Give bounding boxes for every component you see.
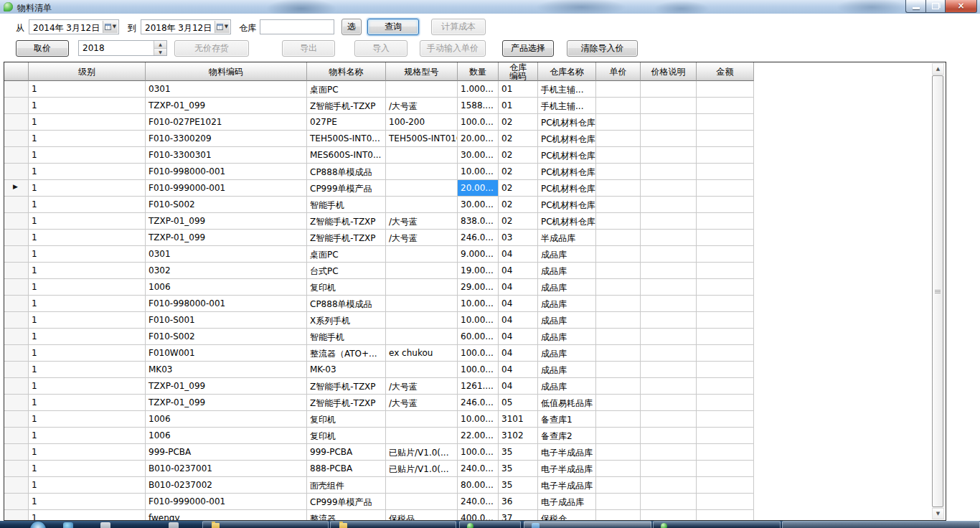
row-selector-cell[interactable] — [4, 230, 29, 246]
table-cell[interactable]: 成品库 — [538, 312, 596, 329]
table-cell[interactable]: 100-200 — [386, 114, 458, 131]
pick-warehouse-button[interactable]: 选 — [341, 19, 362, 35]
table-cell[interactable]: /大号蓝 — [386, 230, 458, 246]
spinner-up-button[interactable]: ▲ — [154, 41, 166, 49]
table-cell[interactable] — [596, 362, 641, 378]
row-selector-cell[interactable] — [4, 345, 29, 362]
table-cell[interactable]: 999-PCBA — [146, 444, 307, 461]
table-cell[interactable] — [641, 444, 697, 461]
table-cell[interactable]: 成品库 — [538, 329, 596, 345]
table-cell[interactable]: B010-0237001 — [146, 461, 307, 477]
table-cell[interactable]: 已贴片/V1.0(... — [386, 461, 458, 477]
table-cell[interactable]: 1 — [29, 345, 146, 362]
table-cell[interactable]: 838.0... — [458, 213, 499, 230]
table-cell[interactable]: X系列手机 — [307, 312, 386, 329]
table-cell[interactable]: F010-999000-001 — [146, 180, 307, 197]
table-cell[interactable]: PC机材料仓库 — [538, 164, 596, 180]
table-cell[interactable]: 027PE — [307, 114, 386, 131]
table-cell[interactable] — [596, 279, 641, 296]
table-cell[interactable]: PC机材料仓库 — [538, 180, 596, 197]
table-cell[interactable]: 1 — [29, 395, 146, 411]
table-cell[interactable] — [697, 378, 754, 395]
table-cell[interactable] — [641, 477, 697, 494]
table-cell[interactable] — [386, 477, 458, 494]
table-cell[interactable]: 02 — [499, 164, 538, 180]
table-cell[interactable] — [386, 296, 458, 312]
table-cell[interactable] — [697, 213, 754, 230]
row-selector-cell[interactable] — [4, 263, 29, 279]
table-cell[interactable]: 05 — [499, 395, 538, 411]
row-selector-cell[interactable] — [4, 444, 29, 461]
row-selector-cell[interactable] — [4, 131, 29, 147]
table-cell[interactable] — [697, 494, 754, 510]
table-cell[interactable] — [596, 246, 641, 263]
table-cell[interactable]: ex chukou — [386, 345, 458, 362]
table-cell[interactable]: 04 — [499, 296, 538, 312]
table-cell[interactable] — [641, 312, 697, 329]
table-cell[interactable] — [641, 263, 697, 279]
table-cell[interactable]: 成品库 — [538, 378, 596, 395]
table-cell[interactable]: 1 — [29, 296, 146, 312]
table-cell[interactable]: CP999单模产品 — [307, 180, 386, 197]
table-cell[interactable]: F010-S002 — [146, 197, 307, 213]
table-cell[interactable] — [697, 98, 754, 114]
table-cell[interactable]: F010-027PE1021 — [146, 114, 307, 131]
row-selector-cell[interactable] — [4, 147, 29, 164]
table-cell[interactable] — [386, 180, 458, 197]
table-cell[interactable]: 20.00... — [458, 131, 499, 147]
table-cell[interactable]: 1 — [29, 411, 146, 428]
row-selector-cell[interactable] — [4, 329, 29, 345]
table-cell[interactable]: 36 — [499, 494, 538, 510]
table-cell[interactable]: 1 — [29, 279, 146, 296]
table-cell[interactable]: 整流器（ATO+... — [307, 345, 386, 362]
table-cell[interactable]: 04 — [499, 345, 538, 362]
table-cell[interactable] — [697, 114, 754, 131]
table-cell[interactable] — [641, 510, 697, 521]
table-cell[interactable]: 1 — [29, 378, 146, 395]
table-cell[interactable] — [641, 197, 697, 213]
table-cell[interactable] — [596, 428, 641, 444]
table-cell[interactable] — [596, 114, 641, 131]
table-cell[interactable]: 10.00... — [458, 164, 499, 180]
table-cell[interactable]: 成品库 — [538, 246, 596, 263]
table-cell[interactable]: F010-998000-001 — [146, 296, 307, 312]
table-cell[interactable]: 35 — [499, 477, 538, 494]
table-cell[interactable] — [641, 114, 697, 131]
table-cell[interactable]: 1006 — [146, 428, 307, 444]
manual-price-button[interactable]: 手动输入单价 — [420, 40, 486, 57]
taskbar-window-button-active[interactable] — [524, 521, 651, 528]
table-cell[interactable] — [697, 197, 754, 213]
table-cell[interactable] — [596, 164, 641, 180]
table-cell[interactable]: 复印机 — [307, 411, 386, 428]
spinner-down-button[interactable]: ▼ — [154, 49, 166, 56]
table-cell[interactable] — [697, 164, 754, 180]
table-cell[interactable]: 100.0... — [458, 345, 499, 362]
table-cell[interactable] — [697, 411, 754, 428]
table-cell[interactable]: PC机材料仓库 — [538, 131, 596, 147]
table-cell[interactable]: 复印机 — [307, 428, 386, 444]
table-cell[interactable]: 保税品 — [386, 510, 458, 521]
table-cell[interactable]: PC机材料仓库 — [538, 147, 596, 164]
table-cell[interactable]: 35 — [499, 461, 538, 477]
row-selector-cell[interactable] — [4, 378, 29, 395]
table-cell[interactable]: 04 — [499, 329, 538, 345]
table-cell[interactable]: 1 — [29, 147, 146, 164]
table-cell[interactable]: F010-998000-001 — [146, 164, 307, 180]
table-cell[interactable]: 3102 — [499, 428, 538, 444]
table-cell[interactable]: MK-03 — [307, 362, 386, 378]
table-cell[interactable] — [386, 411, 458, 428]
table-cell[interactable] — [641, 461, 697, 477]
table-cell[interactable]: 1 — [29, 362, 146, 378]
table-cell[interactable]: Z智能手机-TZXP — [307, 230, 386, 246]
table-cell[interactable] — [596, 180, 641, 197]
column-header-3[interactable]: 规格型号 — [386, 62, 458, 81]
row-selector-cell[interactable] — [4, 510, 29, 521]
table-cell[interactable]: 1 — [29, 197, 146, 213]
table-cell[interactable]: 1 — [29, 98, 146, 114]
clear-import-price-button[interactable]: 清除导入价 — [567, 40, 638, 57]
table-cell[interactable]: 1 — [29, 230, 146, 246]
table-cell[interactable] — [596, 378, 641, 395]
table-cell[interactable]: 04 — [499, 279, 538, 296]
table-cell[interactable]: 240.0... — [458, 461, 499, 477]
taskbar-window-button[interactable] — [459, 521, 521, 528]
